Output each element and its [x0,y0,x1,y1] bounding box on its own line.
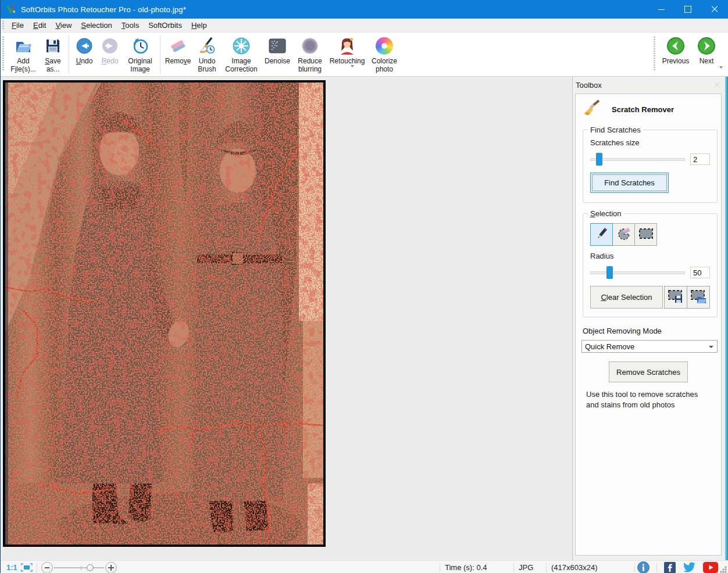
toolbox-panel: Toolbox Scratch Remover [572,77,728,560]
image-correction-icon [232,36,251,56]
zoom-slider-thumb[interactable] [87,564,94,571]
zoom-slider[interactable] [54,562,104,573]
radius-value[interactable]: 50 [690,267,710,278]
scratch-remover-brush-icon [583,99,601,119]
menu-edit[interactable]: Edit [28,20,51,31]
close-icon [711,6,718,13]
status-bar: 1:1 Time (s): 0.4 JPG (417x603x24) [1,560,728,573]
maximize-button[interactable] [675,0,701,19]
object-removing-mode-label: Object Removing Mode [583,327,721,335]
next-icon [697,36,716,56]
colorize-photo-icon [376,36,393,56]
radius-slider[interactable] [590,266,685,279]
plus-icon [108,565,114,571]
scratches-size-slider[interactable] [590,153,685,166]
menu-file[interactable]: File [7,20,28,31]
add-files-button[interactable]: Add File(s)... [8,33,39,76]
window-edge [725,77,728,560]
toolbar-overflow-icon[interactable] [351,67,356,72]
scratches-size-label: Scratches size [590,138,711,147]
selection-group-label: Selection [588,209,623,218]
photo-image[interactable] [3,80,326,547]
nav-overflow-icon[interactable] [719,69,725,73]
youtube-icon[interactable] [703,562,718,573]
app-window: SoftOrbits Photo Retoucher Pro - old-pho… [0,0,728,573]
file-format-status: JPG [514,563,546,572]
menubar-grip[interactable] [2,21,4,30]
colorize-photo-button[interactable]: Colorize photo [368,33,401,76]
menu-softorbits[interactable]: SoftOrbits [144,20,187,31]
undo-brush-icon [198,36,216,56]
undo-button[interactable]: Undo [72,33,97,76]
zoom-in-button[interactable] [105,562,117,573]
minus-icon [45,567,49,568]
rectangle-select-tool-button[interactable] [634,223,657,246]
remove-scratches-button[interactable]: Remove Scratches [609,361,688,382]
reduce-blurring-button[interactable]: Reduce blurring [294,33,326,76]
save-selection-button[interactable] [664,286,687,309]
retouching-button[interactable]: Retouching [327,33,367,76]
retouching-icon [338,36,356,56]
tool-title: Scratch Remover [612,105,674,114]
menu-selection[interactable]: Selection [76,20,116,31]
radius-label: Radius [590,252,711,260]
original-image-button[interactable]: Original Image [123,33,157,76]
image-correction-button[interactable]: Image Correction [222,33,261,76]
clear-selection-button[interactable]: Clear Selection [590,286,663,309]
add-files-icon [14,36,33,56]
window-title: SoftOrbits Photo Retoucher Pro - old-pho… [21,5,186,14]
find-scratches-group-label: Find Scratches [588,126,643,134]
nav-toolbar-grip[interactable] [654,37,655,71]
menu-tools[interactable]: Tools [117,20,144,31]
menu-bar: File Edit View Selection Tools SoftOrbit… [1,19,728,33]
facebook-icon[interactable] [664,562,676,573]
pencil-icon [595,227,609,243]
remove-eraser-icon [169,36,187,56]
toolbar: Add File(s)... Save as... [1,33,728,77]
info-button[interactable] [637,561,650,573]
undo-brush-button[interactable]: Undo Brush [194,33,220,76]
save-as-icon [45,36,60,56]
toolbox-title: Toolbox [576,81,602,89]
menu-help[interactable]: Help [187,20,212,31]
twitter-icon[interactable] [683,562,696,573]
previous-button[interactable]: Previous [659,33,693,76]
selection-eraser-icon [616,226,631,243]
chevron-down-icon [709,346,713,348]
denoise-button[interactable]: Denoise [262,33,292,76]
resize-grip[interactable] [720,566,727,573]
toolbar-grip[interactable] [2,37,4,71]
save-selection-icon [668,289,684,306]
pencil-select-tool-button[interactable] [590,223,613,246]
menu-view[interactable]: View [51,20,76,31]
minimize-button[interactable] [648,0,675,19]
processing-time-status: Time (s): 0.4 [440,563,513,572]
load-selection-icon [690,289,706,306]
zoom-ratio-button[interactable]: 1:1 [6,563,17,572]
remove-button[interactable]: Remove [163,33,192,76]
image-dimensions-status: (417x603x24) [547,563,634,572]
title-bar: SoftOrbits Photo Retoucher Pro - old-pho… [1,0,728,19]
redo-icon [101,36,119,56]
undo-icon [76,36,93,56]
scratches-size-value[interactable]: 2 [690,153,710,165]
close-button[interactable] [701,0,728,19]
app-logo-icon [6,4,16,15]
find-scratches-button[interactable]: Find Scratches [590,173,669,193]
find-scratches-group: Find Scratches Scratches size 2 Find Scr… [583,130,718,203]
maximize-icon [684,6,691,13]
selection-group: Selection [583,213,718,317]
marquee-icon [638,227,654,242]
fit-to-window-icon[interactable] [21,563,33,572]
image-canvas[interactable] [1,77,572,560]
zoom-out-button[interactable] [41,562,53,573]
eraser-select-tool-button[interactable] [612,223,635,246]
tool-hint-text: Use this tool to remove scratches and st… [586,389,709,410]
next-button[interactable]: Next [694,33,719,76]
reduce-blurring-icon [302,36,318,56]
original-image-icon [131,36,149,56]
load-selection-button[interactable] [687,286,710,309]
object-removing-mode-select[interactable]: Quick Remove [581,340,718,353]
save-as-button[interactable]: Save as... [40,33,66,76]
panel-close-icon[interactable] [714,82,720,88]
